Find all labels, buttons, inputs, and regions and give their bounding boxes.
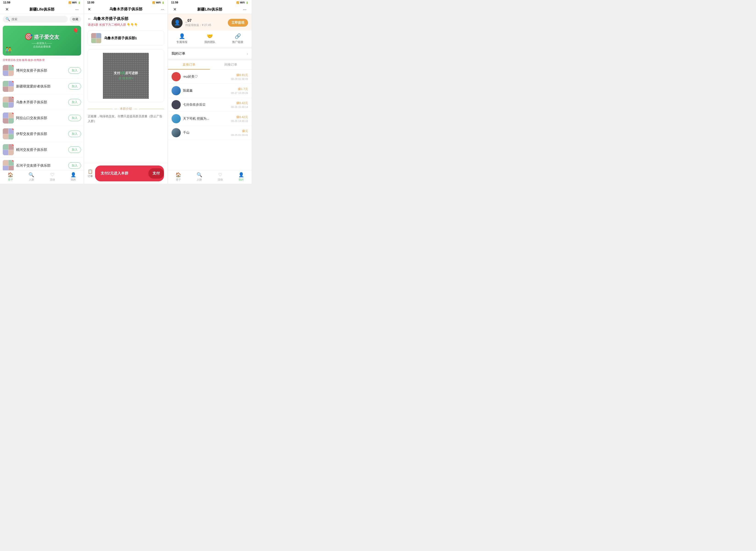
search-input-1[interactable] (11, 17, 65, 21)
close-icon-1[interactable]: ✕ (4, 7, 10, 12)
action-poster[interactable]: 👤 专属海报 (168, 33, 196, 44)
battery-icon-1: 🔋 (78, 1, 81, 4)
order-row-0[interactable]: ঞω於美♡ 赚8.91元 08-28 01:30:49 (168, 70, 252, 84)
more-icon-2[interactable]: ··· (161, 7, 164, 11)
top-nav-1: ✕ 新疆Life俱乐部 ··· (0, 5, 84, 14)
club-item-3[interactable]: 阿拉山口交友俱乐部 加入 (0, 110, 84, 126)
join-button-6[interactable]: 加入 (68, 162, 81, 169)
nav-renmai-label-3: 人脉 (197, 178, 202, 181)
club-item-5[interactable]: 精河交友搭子俱乐部 加入 (0, 142, 84, 158)
qr-code-image: 支付2元后可进群 点 击支付> (103, 53, 149, 99)
group-card-2[interactable]: 乌鲁木齐搭子俱乐部1 (88, 31, 164, 46)
order-right-4: 赚元 08-25 01:23:41 (231, 129, 248, 136)
more-icon-1[interactable]: ··· (74, 7, 80, 12)
banner-1[interactable]: 🎯 搭子爱交友 ——欢迎加入——点击此处看惊喜 🧑‍🤝‍🧑 🎈 (3, 26, 81, 56)
page-title-1: 新疆Life俱乐部 (10, 7, 74, 12)
wifi-icon-1: WiFi (72, 1, 77, 4)
club-avatar-2 (3, 97, 14, 108)
time-2: 12:00 (87, 1, 94, 4)
nav-huodong-3[interactable]: ♡ 活动 (210, 172, 231, 181)
join-button-4[interactable]: 加入 (68, 131, 81, 137)
panel-2: 12:00 📶 WiFi 🔋 ✕ 乌鲁木齐搭子俱乐部 ··· ← 乌鲁木齐搭子俱… (84, 0, 168, 184)
order-earn-0: 赚8.91元 (231, 73, 248, 77)
back-icon-2[interactable]: ← (88, 17, 91, 21)
club-item-0[interactable]: 博州交友搭子俱乐部 加入 (0, 63, 84, 78)
avatar-badge-1 (12, 81, 14, 83)
close-icon-2[interactable]: ✕ (88, 7, 91, 11)
nav-huodong-label-1: 活动 (50, 178, 55, 181)
sub-title-2: 乌鲁木齐搭子俱乐部 (93, 16, 164, 21)
nav-renmai-icon-1: 🔍 (28, 172, 34, 177)
collect-button-1[interactable]: 收藏 (70, 16, 81, 22)
close-icon-3[interactable]: ✕ (171, 7, 178, 12)
qr-overlay[interactable]: 支付2元后可进群 点 击支付> (103, 53, 149, 99)
top-nav-2: ✕ 乌鲁木齐搭子俱乐部 ··· (84, 5, 168, 14)
tabs-row-3: 直推订单 间推订单 (168, 60, 252, 70)
qr-payment-link[interactable]: 点 击支付> (118, 76, 133, 80)
nav-dazi-icon-3: 🏠 (175, 172, 181, 177)
avatar-badge-3 (12, 112, 14, 114)
bottom-nav-1: 🏠 搭子 🔍 人脉 ♡ 活动 👤 我的 (0, 170, 84, 184)
nav-wode-1[interactable]: 👤 我的 (63, 172, 84, 181)
order-name-2: 七分自在步后尘 (183, 103, 229, 107)
link-icon: 🔗 (235, 33, 241, 39)
action-link[interactable]: 🔗 推广链接 (224, 33, 252, 44)
join-button-3[interactable]: 加入 (68, 115, 81, 121)
order-label: 订单 (88, 174, 93, 178)
nav-huodong-1[interactable]: ♡ 活动 (42, 172, 63, 181)
pay-main-button-2[interactable]: 支付2元进入本群 支付 (95, 165, 164, 181)
tab-direct-3[interactable]: 直推订单 (168, 60, 210, 70)
withdraw-button-3[interactable]: 立即提现 (228, 19, 248, 27)
nav-wode-3[interactable]: 👤 我的 (231, 172, 252, 181)
order-earn-1: 赚1.7元 (231, 87, 248, 91)
page-title-3: 新疆Life俱乐部 (178, 7, 242, 12)
club-item-2[interactable]: 乌鲁木齐搭子俱乐部 加入 (0, 94, 84, 110)
tag-line-1: 日常搭活动-交友-饭局-徒步-自驾游-登 (3, 58, 81, 62)
club-item-1[interactable]: 新疆萌宠爱好者俱乐部 加入 (0, 78, 84, 94)
join-button-1[interactable]: 加入 (68, 83, 81, 89)
tab-indirect-3[interactable]: 间推订单 (210, 60, 252, 70)
club-avatar-3 (3, 112, 14, 123)
user-avatar-3[interactable]: 👤 (171, 17, 182, 28)
order-avatar-2 (171, 100, 181, 109)
more-icon-3[interactable]: ··· (242, 7, 248, 12)
order-right-0: 赚8.91元 08-28 01:30:49 (231, 73, 248, 80)
order-row-3[interactable]: 天下司机 挖掘为... 赚8.42元 08-26 14:48:16 (168, 112, 252, 126)
avatar-badge-4 (12, 128, 14, 130)
nav-renmai-3[interactable]: 🔍 人脉 (189, 172, 210, 181)
club-item-4[interactable]: 伊犁交友搭子俱乐部 加入 (0, 126, 84, 142)
page-title-2: 乌鲁木齐搭子俱乐部 (91, 7, 161, 12)
search-input-wrap-1[interactable]: 🔍 (3, 16, 68, 22)
order-button-2[interactable]: 📋 订单 (88, 169, 93, 178)
join-button-5[interactable]: 加入 (68, 146, 81, 153)
user-info-3: _07 待提现收益：¥ 27.45 (185, 19, 225, 27)
nav-dazi-icon-1: 🏠 (8, 172, 13, 177)
actions-section-3: 👤 专属海报 🤝 我的团队 🔗 推广链接 (168, 31, 252, 49)
nav-renmai-icon-3: 🔍 (197, 172, 202, 177)
nav-dazi-1[interactable]: 🏠 搭子 (0, 172, 21, 181)
order-row-2[interactable]: 七分自在步后尘 赚8.42元 08-26 15:48:14 (168, 98, 252, 112)
nav-dazi-3[interactable]: 🏠 搭子 (168, 172, 189, 181)
banner-inner: 🎯 搭子爱交友 ——欢迎加入——点击此处看惊喜 (25, 33, 59, 48)
signal-icon-1: 📶 (68, 1, 71, 4)
nav-dazi-label-3: 搭子 (176, 178, 181, 181)
nav-renmai-1[interactable]: 🔍 人脉 (21, 172, 42, 181)
join-button-0[interactable]: 加入 (68, 67, 81, 74)
time-1: 11:59 (3, 1, 10, 4)
order-row-4[interactable]: 千山 赚元 08-25 01:23:41 (168, 126, 252, 140)
nav-huodong-icon-1: ♡ (50, 172, 54, 177)
join-button-2[interactable]: 加入 (68, 99, 81, 105)
order-row-1[interactable]: 陈庭鑫 赚1.7元 08-27 13:29:26 (168, 84, 252, 98)
club-name-5: 精河交友搭子俱乐部 (16, 148, 66, 152)
orders-row-3[interactable]: 我的订单 › (168, 49, 252, 60)
club-item-6[interactable]: 石河子交友搭子俱乐部 加入 (0, 158, 84, 170)
order-right-1: 赚1.7元 08-27 13:29:26 (231, 87, 248, 94)
order-name-0: ঞω於美♡ (183, 75, 229, 79)
order-name-1: 陈庭鑫 (183, 89, 229, 93)
order-time-1: 08-27 13:29:26 (231, 92, 248, 94)
search-icon-1: 🔍 (6, 17, 10, 21)
action-team[interactable]: 🤝 我的团队 (196, 33, 224, 44)
top-nav-3: ✕ 新疆Life俱乐部 ··· (168, 5, 252, 14)
avatar-badge-5 (12, 144, 14, 146)
banner-figure-right: 🎈 (73, 28, 79, 34)
